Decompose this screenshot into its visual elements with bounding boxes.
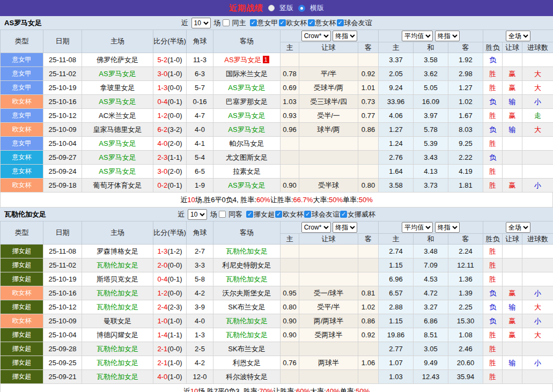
league-checkbox[interactable]: ✓ [275,211,282,218]
horizontal-layout-radio[interactable] [298,5,305,12]
league-checkbox[interactable]: ✓ [250,19,257,26]
handicap-result: 输 [503,300,522,314]
odds-home: 4.06 [379,109,414,123]
match-date: 25-09-24 [43,165,82,179]
vertical-layout-label[interactable]: 竖版 [279,3,293,13]
scope-select[interactable]: 全场 [506,222,530,233]
odds-away: 2.98 [448,67,483,81]
handicap-away-odds: 0.86 [358,314,379,328]
odds-home: 2.77 [379,342,414,356]
final-odds-select[interactable]: 终指 [333,222,357,233]
average-select[interactable]: 平均值 [402,31,433,41]
handicap-line: 两/两球半 [299,314,358,328]
same-venue-checkbox[interactable] [223,19,230,26]
col-odds-draw: 和 [414,42,448,53]
league-checkbox-label[interactable]: 意女甲 [257,18,278,28]
odds-away: 1.27 [448,81,483,95]
league-checkbox-label[interactable]: 球会友谊 [344,18,372,28]
match-date: 25-09-28 [43,342,82,356]
league-checkbox-label[interactable]: 球会友谊 [312,210,340,219]
handicap-home-odds: 0.76 [281,356,299,370]
league-checkbox-label[interactable]: 女挪威杯 [348,210,375,219]
goals-result [522,151,553,165]
odds-away: 1.08 [448,328,483,342]
league-checkbox[interactable]: ✓ [279,19,286,26]
handicap-home-odds: 0.90 [281,328,299,342]
bookmaker-select[interactable]: Crow* [301,31,331,41]
vertical-layout-radio[interactable] [268,5,275,11]
handicap-result [503,370,522,384]
odds-draw: 3.62 [414,67,448,81]
same-venue-checkbox[interactable] [219,211,226,218]
col-odds-home: 主 [379,42,414,53]
corners: 6-3 [187,67,213,81]
col-home: 主场 [82,221,153,245]
games-label: 场 [214,18,221,28]
handicap-away-odds [358,165,379,179]
handicap-away-odds: 0.92 [358,328,379,342]
odds-draw: 3.73 [414,179,448,193]
handicap-away-odds [358,137,379,151]
handicap-home-odds: 0.78 [281,67,299,81]
same-venue-label: 同客 [228,210,242,219]
scope-select[interactable]: 全场 [506,31,530,41]
handicap-home-odds [281,165,299,179]
bookmaker-select[interactable]: Crow* [301,222,331,233]
odds-home: 2.88 [379,300,414,314]
league-badge: 意女甲 [1,137,43,151]
handicap-line: 受三球半/四 [299,95,358,109]
titlebar: 近期战绩 竖版 横版 [0,0,553,16]
average-select[interactable]: 平均值 [402,222,433,233]
league-checkbox[interactable]: ✓ [246,211,253,218]
handicap-away-odds: 0.92 [358,67,379,81]
final-odds-select[interactable]: 终指 [435,31,460,41]
match-row: 欧女杯25-10-16瓦勒伦加女足1-2(0-0)4-2沃尔夫斯堡女足0.95受… [1,286,553,300]
league-checkbox[interactable]: ✓ [337,19,344,26]
league-checkbox[interactable]: ✓ [304,211,311,218]
odds-away: 12.11 [448,258,483,272]
handicap-result [503,53,522,67]
match-count-select[interactable]: 10 [188,209,207,220]
score: 1-2(0-0) [153,286,187,300]
odds-draw: 12.43 [414,370,448,384]
corners: 4-2 [187,356,213,370]
score: 5-2(1-0) [153,53,187,67]
filters: 近 10 场 同主 ✓意女甲✓欧女杯✓意女杯✓球会友谊 [181,18,372,28]
league-badge: 挪女超 [1,356,43,370]
home-team: 瓦勒伦加女足 [82,286,153,300]
away-team: AS罗马女足 [213,123,281,137]
col-corner: 角球 [187,221,213,245]
league-checkbox-label[interactable]: 意女杯 [315,18,336,28]
score: 4-0(1-0) [153,370,187,384]
handicap-away-odds: 0.80 [358,179,379,193]
league-badge: 欧女杯 [1,179,43,193]
corners: 1-3 [187,328,213,342]
odds-draw: 3.58 [414,53,448,67]
match-date: 25-10-19 [43,81,82,95]
odds-draw: 3.05 [414,342,448,356]
odds-home: 3.37 [379,53,414,67]
match-row: 欧女杯25-10-09曼联女足1-0(1-0)4-0瓦勒伦加女足0.90两/两球… [1,314,553,328]
league-checkbox-label[interactable]: 欧女杯 [283,210,304,219]
league-checkbox[interactable]: ✓ [308,19,315,26]
match-count-select[interactable]: 10 [191,18,211,28]
home-team: 瓦勒伦加女足 [82,300,153,314]
odds-home: 9.24 [379,81,414,95]
col-odds-home: 主 [379,234,414,245]
league-checkbox-label[interactable]: 欧女杯 [286,18,307,28]
result: 胜 [483,81,503,95]
handicap-line: 受球半/两 [299,81,358,95]
league-checkbox[interactable]: ✓ [340,211,347,218]
final-odds-select[interactable]: 终指 [333,31,357,41]
handicap-result: 赢 [503,179,522,193]
league-checkbox-label[interactable]: 挪女超 [254,210,275,219]
handicap-result [503,165,522,179]
odds-away: 4.19 [448,165,483,179]
handicap-home-odds: 0.90 [281,314,299,328]
away-team: 科尔波特女足 [213,370,281,384]
final-odds-select[interactable]: 终指 [435,222,460,233]
match-row: 意女甲25-10-19拿玻里女足1-3(0-0)5-7AS罗马女足0.69受球半… [1,81,553,95]
horizontal-layout-label[interactable]: 横版 [310,3,324,13]
col-odds-away: 客 [448,42,483,53]
home-team: AC米兰女足 [82,109,153,123]
